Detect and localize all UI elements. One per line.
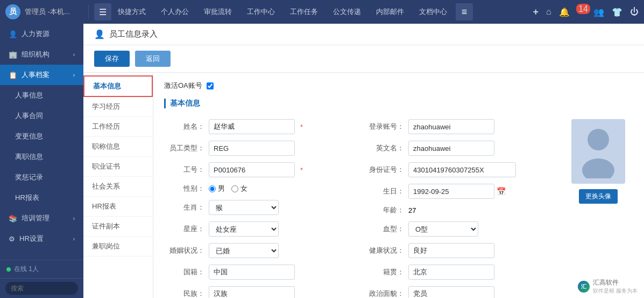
name-input[interactable] xyxy=(209,119,295,134)
birthday-wrap: 📅 xyxy=(408,184,506,199)
engname-input[interactable] xyxy=(408,141,494,156)
health-input[interactable] xyxy=(408,243,494,258)
login-input[interactable] xyxy=(408,119,494,134)
constellation-label: 星座： xyxy=(164,224,204,234)
sidebar-search-area[interactable] xyxy=(0,278,83,298)
activate-checkbox[interactable] xyxy=(207,82,214,89)
zodiac-label: 生肖： xyxy=(164,203,204,212)
sub-sidebar-education[interactable]: 学习经历 xyxy=(83,97,153,117)
logo-area: 员 管理员 -本机... xyxy=(5,4,89,19)
sidebar-item-hrreport[interactable]: HR报表 xyxy=(0,188,83,208)
form-row-birthday: 生日： 📅 xyxy=(364,184,553,199)
sidebar-label-reward: 奖惩记录 xyxy=(15,172,43,182)
sub-sidebar-id-copy[interactable]: 证件副本 xyxy=(83,217,153,237)
sub-sidebar-report[interactable]: HR报表 xyxy=(83,197,153,217)
settings-button[interactable]: 👕 xyxy=(612,7,622,17)
idcard-input[interactable] xyxy=(408,162,516,177)
sub-sidebar-title[interactable]: 职称信息 xyxy=(83,137,153,157)
form-row-blood: 血型： O型 xyxy=(364,221,553,237)
sub-sidebar-cert[interactable]: 职业证书 xyxy=(83,157,153,177)
nationality-input[interactable] xyxy=(209,265,295,280)
gender-female[interactable]: 女 xyxy=(231,184,247,193)
zodiac-select[interactable]: 猴 xyxy=(209,200,279,215)
users-button[interactable]: 👥 xyxy=(593,7,604,17)
avatar-column: 更换头像 xyxy=(563,119,633,298)
form-row-empno: 工号： * xyxy=(164,162,353,177)
sidebar-item-org[interactable]: 🏢 组织机构 › xyxy=(0,44,83,65)
online-status: 在线 1人 xyxy=(0,260,83,278)
blood-select[interactable]: O型 xyxy=(408,221,478,237)
political-input[interactable] xyxy=(408,286,494,298)
gender-male[interactable]: 男 xyxy=(209,184,225,193)
form-content: 激活OA账号 基本信息 姓名： * xyxy=(153,73,644,298)
emptype-input[interactable] xyxy=(209,141,295,156)
gender-male-label: 男 xyxy=(218,184,225,193)
sidebar-item-resign[interactable]: 离职信息 xyxy=(0,147,83,167)
sidebar-item-contract[interactable]: 人事合同 xyxy=(0,106,83,126)
sidebar-item-info[interactable]: 人事信息 xyxy=(0,85,83,106)
sidebar-item-training[interactable]: 📚 培训管理 › xyxy=(0,208,83,228)
hrsettings-arrow: › xyxy=(73,236,75,242)
sub-sidebar-basic[interactable]: 基本信息 xyxy=(83,75,153,97)
avatar-box xyxy=(571,119,625,184)
sidebar-item-personnel[interactable]: 📋 人事档案 › xyxy=(0,65,83,85)
content-body: 基本信息 学习经历 工作经历 职称信息 职业证书 社会关系 HR报表 证件副本 … xyxy=(83,73,644,298)
form-row-nativeplace: 籍贯： xyxy=(364,265,553,280)
birthday-calendar-icon[interactable]: 📅 xyxy=(497,187,506,196)
sub-sidebar-work[interactable]: 工作经历 xyxy=(83,117,153,137)
save-button[interactable]: 保存 xyxy=(94,51,130,67)
sidebar-label-change: 变更信息 xyxy=(15,131,43,141)
constellation-select[interactable]: 处女座 xyxy=(209,221,279,237)
svg-point-0 xyxy=(588,129,609,150)
sidebar: 👤 人力资源 🏢 组织机构 › 📋 人事档案 › 人事信息 人事合同 变更信息 … xyxy=(0,24,83,298)
change-avatar-button[interactable]: 更换头像 xyxy=(579,189,618,204)
empno-label: 工号： xyxy=(164,165,204,175)
sidebar-item-reward[interactable]: 奖惩记录 xyxy=(0,167,83,188)
back-button[interactable]: 返回 xyxy=(135,51,171,67)
marital-select[interactable]: 已婚 xyxy=(209,243,279,258)
nav-item-personal[interactable]: 个人办公 xyxy=(154,5,195,19)
sidebar-label-hr: 人力资源 xyxy=(22,29,49,39)
blood-label: 血型： xyxy=(364,224,404,234)
form-row-emptype: 员工类型： xyxy=(164,141,353,156)
political-label: 政治面貌： xyxy=(364,289,404,298)
sidebar-item-hr[interactable]: 👤 人力资源 xyxy=(0,24,83,44)
nav-item-document[interactable]: 公文传递 xyxy=(327,5,367,19)
nativeplace-input[interactable] xyxy=(408,265,494,280)
form-row-engname: 英文名： xyxy=(364,141,553,156)
nav-item-email[interactable]: 内部邮件 xyxy=(370,5,411,19)
nav-hamburger[interactable]: ☰ xyxy=(94,3,111,20)
nav-item-docenter[interactable]: 文档中心 xyxy=(413,5,454,19)
nav-item-shortcuts[interactable]: 快捷方式 xyxy=(111,5,152,19)
notification-badge: 14 xyxy=(576,4,590,14)
sidebar-search-input[interactable] xyxy=(5,282,78,295)
sidebar-label-hrsettings: HR设置 xyxy=(19,234,44,244)
sub-sidebar-parttime[interactable]: 兼职岗位 xyxy=(83,237,153,257)
sidebar-item-hrsettings[interactable]: ⚙ HR设置 › xyxy=(0,228,83,249)
form-row-political: 政治面貌： xyxy=(364,286,553,298)
nav-item-approval[interactable]: 审批流转 xyxy=(197,5,238,19)
sub-sidebar: 基本信息 学习经历 工作经历 职称信息 职业证书 社会关系 HR报表 证件副本 … xyxy=(83,73,153,298)
sidebar-label-training: 培训管理 xyxy=(22,213,49,223)
gender-female-label: 女 xyxy=(240,184,247,193)
sidebar-item-change[interactable]: 变更信息 xyxy=(0,126,83,147)
more-menu-button[interactable]: ≡ xyxy=(456,3,473,20)
add-button[interactable]: + xyxy=(533,6,539,18)
age-label: 年龄： xyxy=(364,205,404,215)
footer-brand: 汇 汇高软件 软件是根 服务为本 xyxy=(578,278,638,295)
power-button[interactable]: ⏻ xyxy=(630,7,639,17)
empno-input[interactable] xyxy=(209,162,295,177)
notification-button[interactable]: 🔔 14 xyxy=(559,7,586,17)
brand-slogan: 软件是根 服务为本 xyxy=(593,287,638,295)
home-button[interactable]: ⌂ xyxy=(546,7,551,17)
form-row-name: 姓名： * xyxy=(164,119,353,134)
form-row-gender: 性别： 男 女 xyxy=(164,184,353,193)
nav-item-tasks[interactable]: 工作任务 xyxy=(284,5,324,19)
sub-sidebar-social[interactable]: 社会关系 xyxy=(83,177,153,197)
ethnicity-input[interactable] xyxy=(209,286,295,298)
sidebar-label-contract: 人事合同 xyxy=(15,111,43,121)
main-layout: 👤 人力资源 🏢 组织机构 › 📋 人事档案 › 人事信息 人事合同 变更信息 … xyxy=(0,24,644,298)
form-row-health: 健康状况： xyxy=(364,243,553,258)
nav-item-workcenter[interactable]: 工作中心 xyxy=(240,5,281,19)
birthday-input[interactable] xyxy=(408,184,494,199)
